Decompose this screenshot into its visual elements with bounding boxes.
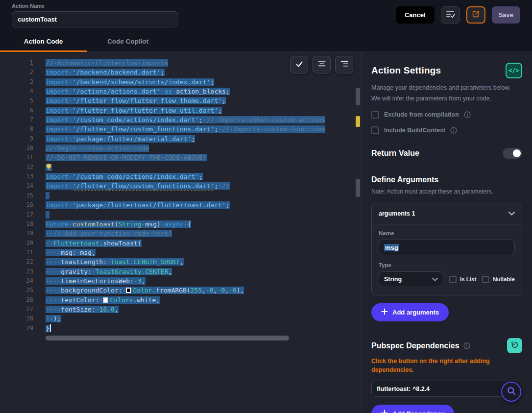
refresh-dependencies-button[interactable] <box>507 338 522 353</box>
lightbulb-icon[interactable] <box>46 164 52 171</box>
argument-group-label: arguments 1 <box>379 210 415 217</box>
code-line[interactable]: 12 <box>0 163 361 172</box>
tab-code-copilot[interactable]: Code Copilot <box>87 32 169 51</box>
vertical-scrollbar-thumb-2[interactable] <box>356 179 360 197</box>
exclude-compilation-checkbox[interactable] <box>371 111 379 119</box>
code-line[interactable]: 28··); <box>0 314 361 323</box>
nullable-checkbox[interactable] <box>482 276 489 283</box>
cancel-button[interactable]: Cancel <box>396 6 435 24</box>
add-arguments-button[interactable]: Add arguments <box>371 303 449 321</box>
line-number: 26 <box>0 295 46 305</box>
line-number: 6 <box>0 106 46 115</box>
line-number: 10 <box>0 144 46 153</box>
search-icon <box>507 386 516 398</box>
code-line[interactable]: 9import·'package:flutter/material.dart'; <box>0 134 361 144</box>
format-center-button[interactable] <box>313 56 331 73</box>
action-name-input[interactable] <box>12 11 178 27</box>
action-name-field: Action Name <box>12 0 178 27</box>
is-list-label: Is List <box>460 276 476 282</box>
dependency-value: fluttertoast: ^8.2.4 <box>377 386 430 392</box>
line-number: 9 <box>0 134 46 144</box>
search-fab-button[interactable] <box>501 382 521 402</box>
chevron-down-icon <box>432 276 438 283</box>
code-line[interactable]: 13import·'/custom_code/actions/index.dar… <box>0 172 361 181</box>
toggle-knob <box>513 149 521 157</box>
format-indent-button[interactable] <box>335 56 353 73</box>
name-label: Name <box>379 230 515 236</box>
lint-check-icon <box>445 9 455 21</box>
code-line[interactable]: 10//·Begin·custom·action·code <box>0 144 361 153</box>
color-swatch <box>126 288 131 293</box>
scrollbar-warning-marker <box>356 116 360 127</box>
line-number: 20 <box>0 239 46 248</box>
return-value-label: Return Value <box>371 149 419 158</box>
argument-name-input[interactable]: msg <box>379 240 515 255</box>
type-select[interactable]: String <box>379 271 443 287</box>
line-number: 27 <box>0 305 46 314</box>
code-line[interactable]: 20··Fluttertoast.showToast( <box>0 239 361 248</box>
save-button[interactable]: Save <box>492 6 520 24</box>
code-editor[interactable]: 1//·Automatic·FlutterFlow·imports2import… <box>0 52 361 413</box>
code-line[interactable]: 22····toastLength:·Toast.LENGTH_SHORT, <box>0 257 361 267</box>
define-arguments-note: Note: Action must accept these as parame… <box>371 188 522 195</box>
open-in-new-button[interactable] <box>466 6 485 24</box>
vertical-scrollbar-thumb[interactable] <box>356 88 360 105</box>
line-number: 5 <box>0 96 46 105</box>
include-buildcontext-checkbox[interactable] <box>371 126 379 134</box>
code-editor-lines: 1//·Automatic·FlutterFlow·imports2import… <box>0 52 361 333</box>
argument-group-header[interactable]: arguments 1 <box>372 203 522 224</box>
undo-icon <box>510 340 519 351</box>
line-number: 8 <box>0 124 46 134</box>
code-line[interactable]: 6import·'/flutter_flow/flutter_flow_util… <box>0 106 361 115</box>
info-icon[interactable] <box>463 342 470 349</box>
lint-check-button[interactable] <box>441 6 460 24</box>
type-label: Type <box>379 262 515 268</box>
tab-action-code[interactable]: Action Code <box>0 32 87 51</box>
code-line[interactable]: 11//·DO·NOT·REMOVE·OR·MODIFY·THE·CODE·AB… <box>0 153 361 162</box>
include-buildcontext-label: Include BuildContext <box>384 127 445 134</box>
info-icon[interactable] <box>450 127 457 134</box>
info-icon[interactable] <box>464 111 471 118</box>
line-number: 24 <box>0 276 46 286</box>
code-line[interactable]: 14import·'/flutter_flow/custom_functions… <box>0 181 361 191</box>
top-bar-actions: Cancel Save <box>396 0 520 24</box>
code-icon: </> <box>508 67 519 74</box>
argument-name-value: msg <box>384 244 399 251</box>
code-line[interactable]: 27····fontSize:·16.0, <box>0 305 361 314</box>
open-in-new-icon <box>471 10 480 20</box>
code-line[interactable]: 7import·'/custom_code/actions/index.dart… <box>0 115 361 124</box>
dependency-input[interactable]: fluttertoast: ^8.2.4 <box>371 381 522 397</box>
code-line[interactable]: 3import·'/backend/schema/structs/index.d… <box>0 77 361 87</box>
apply-check-button[interactable] <box>290 56 308 73</box>
code-line[interactable]: 26····textColor:·Colors.white, <box>0 295 361 305</box>
indent-icon <box>339 59 349 71</box>
code-line[interactable]: 19··//·Add·your·function·code·here! <box>0 229 361 238</box>
code-line[interactable]: 23····gravity:·ToastGravity.CENTER, <box>0 267 361 276</box>
code-line[interactable]: 15 <box>0 191 361 200</box>
check-icon <box>294 59 304 71</box>
code-line[interactable]: 4import·'/actions/actions.dart'·as·actio… <box>0 87 361 96</box>
return-value-toggle[interactable] <box>503 148 522 159</box>
code-line[interactable]: 5import·'/flutter_flow/flutter_flow_them… <box>0 96 361 105</box>
code-line[interactable]: 21····msg:·msg, <box>0 248 361 257</box>
code-line[interactable]: 18Future·customToast(String·msg)·async·{ <box>0 219 361 229</box>
view-code-button[interactable]: </> <box>506 63 522 78</box>
tab-bar: Action Code Code Copilot <box>0 32 532 52</box>
add-dependency-label: Add Dependency <box>392 410 444 413</box>
code-line[interactable]: 29} <box>0 324 361 333</box>
pubspec-warning-text: Click the button on the right after addi… <box>371 357 496 374</box>
is-list-checkbox[interactable] <box>449 276 457 283</box>
add-dependency-button[interactable]: Add Dependency <box>371 405 454 413</box>
line-number: 28 <box>0 314 46 323</box>
code-line[interactable]: 17 <box>0 210 361 219</box>
line-number: 23 <box>0 267 46 276</box>
code-line[interactable]: 16import·'package:fluttertoast/flutterto… <box>0 200 361 210</box>
horizontal-scrollbar[interactable] <box>46 336 289 340</box>
code-line[interactable]: 25····backgroundColor:·Color.fromARGB(25… <box>0 286 361 295</box>
code-line[interactable]: 8import·'/flutter_flow/custom_functions.… <box>0 124 361 134</box>
line-number: 16 <box>0 200 46 210</box>
code-line[interactable]: 24····timeInSecForIosWeb:·3, <box>0 276 361 286</box>
plus-icon <box>381 308 388 316</box>
plus-icon <box>381 410 388 413</box>
exclude-compilation-label: Exclude from compilation <box>384 111 459 118</box>
